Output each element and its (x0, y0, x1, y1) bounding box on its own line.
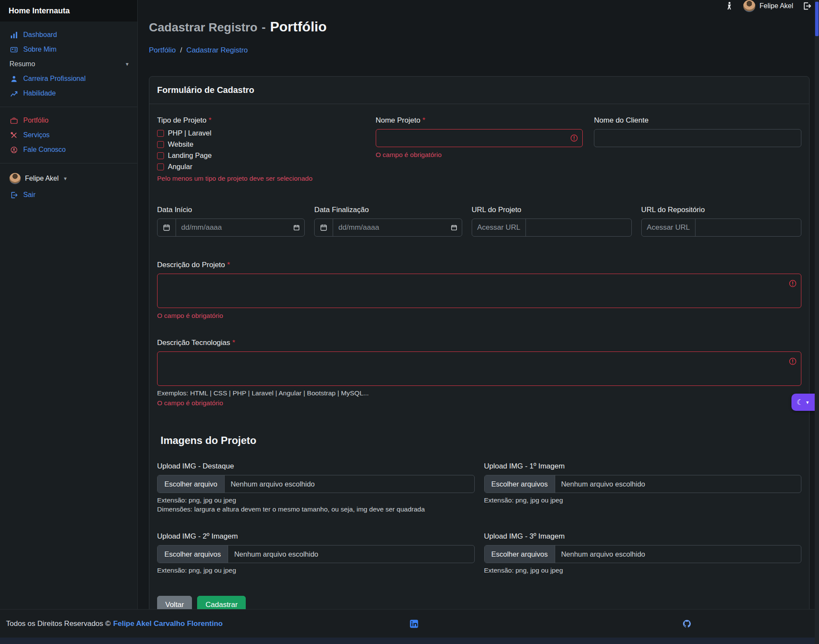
logout-icon[interactable] (803, 2, 811, 10)
url-projeto-input[interactable] (526, 219, 631, 236)
dark-mode-toggle[interactable]: ☾ ▼ (791, 394, 815, 411)
accessibility-icon[interactable] (725, 2, 734, 10)
main-area: Felipe Akel Cadastrar Registro - Portfól… (138, 0, 819, 609)
sidebar-item-portfolio[interactable]: Portfólio (0, 113, 137, 128)
github-icon[interactable] (683, 619, 691, 628)
field-label-text: Tipo de Projeto (157, 116, 207, 124)
sidebar-item-label: Portfólio (23, 117, 49, 124)
checkbox-php-laravel[interactable]: PHP | Laravel (157, 129, 365, 137)
data-inicio-input[interactable] (176, 219, 294, 236)
field-label: Upload IMG - 3º Imagem (484, 532, 802, 541)
file-choose-button[interactable]: Escolher arquivos (485, 475, 555, 493)
chevron-down-icon: ▼ (125, 62, 130, 67)
file-chosen-text: Nenhum arquivo escolhido (555, 475, 651, 493)
tools-icon (9, 132, 18, 139)
page-title: Cadastrar Registro - Portfólio (149, 19, 810, 35)
breadcrumb-link-portfolio[interactable]: Portfólio (149, 46, 176, 55)
breadcrumb-link-cadastrar-registro[interactable]: Cadastrar Registro (186, 46, 248, 55)
checkbox-landing-page[interactable]: Landing Page (157, 151, 365, 160)
checkbox-box[interactable] (157, 141, 164, 148)
required-asterisk: * (232, 339, 235, 347)
breadcrumb-separator: / (180, 46, 182, 55)
required-asterisk: * (209, 116, 212, 124)
hint-extensao: Extensão: png, jpg ou jpeg (484, 496, 802, 504)
date-picker-icon[interactable] (294, 225, 300, 231)
field-url-projeto: URL do Projeto Acessar URL (472, 206, 632, 237)
field-upload-3: Upload IMG - 3º Imagem Escolher arquivos… (484, 532, 802, 574)
checkbox-label: Angular (168, 163, 192, 171)
moon-icon: ☾ (797, 399, 803, 406)
sidebar-item-label: Carreira Profissional (23, 75, 86, 83)
nome-projeto-input[interactable] (376, 129, 583, 147)
upload-destaque-file-input[interactable]: Escolher arquivo Nenhum arquivo escolhid… (157, 475, 475, 493)
date-picker-icon[interactable] (451, 225, 457, 231)
checkbox-website[interactable]: Website (157, 140, 365, 148)
field-label: Nome Projeto* (376, 116, 583, 125)
form-row-1: Tipo de Projeto* PHP | Laravel Website (157, 116, 801, 182)
sidebar-item-sobre-mim[interactable]: Sobre Mim (0, 42, 137, 57)
sidebar-section-resumo[interactable]: Resumo ▼ (0, 57, 137, 71)
sidebar-user-menu[interactable]: Felipe Akel ▼ (0, 169, 137, 188)
topbar-user-menu[interactable]: Felipe Akel (743, 0, 793, 12)
sidebar-item-label: Sair (23, 191, 35, 199)
url-repositorio-input[interactable] (695, 219, 801, 236)
url-repositorio-group: Acessar URL (641, 219, 801, 237)
nome-cliente-input[interactable] (594, 129, 801, 147)
checkbox-angular[interactable]: Angular (157, 163, 365, 171)
field-label: Data Início (157, 206, 305, 214)
brand[interactable]: Home Internauta (0, 0, 137, 22)
field-nome-projeto: Nome Projeto* O campo é obrigatório (376, 116, 583, 182)
sidebar-divider (0, 163, 137, 163)
field-descricao-tecnologias: Descrição Tecnologias* Exemplos: HTML | … (157, 339, 801, 407)
page-title-prefix: Cadastrar Registro (149, 21, 257, 34)
error-tipo-projeto: Pelo menos um tipo de projeto deve ser s… (157, 175, 365, 182)
file-choose-button[interactable]: Escolher arquivos (158, 545, 228, 563)
sidebar-item-fale-conosco[interactable]: Fale Conosco (0, 142, 137, 157)
field-label-text: Descrição do Projeto (157, 261, 225, 269)
sidebar-item-label: Habilidade (23, 89, 56, 97)
sidebar-item-servicos[interactable]: Serviços (0, 128, 137, 142)
field-upload-destaque: Upload IMG - Destaque Escolher arquivo N… (157, 462, 475, 513)
required-asterisk: * (227, 261, 230, 269)
descricao-tecnologias-textarea[interactable] (157, 351, 801, 386)
field-label: URL do Projeto (472, 206, 632, 214)
linkedin-icon[interactable] (410, 619, 418, 628)
data-finalizacao-group (314, 219, 462, 237)
bottom-strip (0, 638, 819, 644)
upload-3-file-input[interactable]: Escolher arquivos Nenhum arquivo escolhi… (484, 545, 802, 563)
checkbox-box[interactable] (157, 163, 164, 170)
form-row-2: Data Início (157, 206, 801, 237)
hint-extensao: Extensão: png, jpg ou jpeg (157, 496, 475, 504)
sidebar-user-name: Felipe Akel (25, 175, 59, 182)
field-upload-1: Upload IMG - 1º Imagem Escolher arquivos… (484, 462, 802, 513)
file-choose-button[interactable]: Escolher arquivo (158, 475, 225, 493)
upload-1-file-input[interactable]: Escolher arquivos Nenhum arquivo escolhi… (484, 475, 802, 493)
field-label: Upload IMG - 1º Imagem (484, 462, 802, 471)
id-card-icon (9, 46, 18, 53)
scrollbar-thumb[interactable] (815, 2, 819, 36)
file-chosen-text: Nenhum arquivo escolhido (555, 545, 651, 563)
topbar: Felipe Akel (138, 0, 819, 12)
checkbox-label: Landing Page (168, 151, 212, 160)
file-choose-button[interactable]: Escolher arquivos (485, 545, 555, 563)
data-finalizacao-input[interactable] (333, 219, 451, 236)
sidebar-item-dashboard[interactable]: Dashboard (0, 28, 137, 42)
field-upload-2: Upload IMG - 2º Imagem Escolher arquivos… (157, 532, 475, 574)
avatar (9, 173, 21, 184)
field-label: Descrição Tecnologias* (157, 339, 801, 347)
sidebar-item-sair[interactable]: Sair (0, 188, 137, 202)
checkbox-box[interactable] (157, 152, 164, 159)
field-label: Data Finalização (314, 206, 462, 214)
sidebar-item-carreira-profissional[interactable]: Carreira Profissional (0, 71, 137, 86)
line-chart-icon (9, 90, 18, 97)
upload-2-file-input[interactable]: Escolher arquivos Nenhum arquivo escolhi… (157, 545, 475, 563)
sidebar-item-habilidade[interactable]: Habilidade (0, 86, 137, 101)
descricao-projeto-textarea[interactable] (157, 274, 801, 308)
field-label-text: Descrição Tecnologias (157, 339, 230, 347)
checkbox-box[interactable] (157, 130, 164, 137)
footer-author-link[interactable]: Felipe Akel Carvalho Florentino (113, 619, 223, 628)
field-label: URL do Repositório (641, 206, 801, 214)
user-icon (9, 75, 18, 83)
field-label: Nome do Cliente (594, 116, 801, 125)
sidebar-item-label: Fale Conosco (23, 146, 66, 154)
